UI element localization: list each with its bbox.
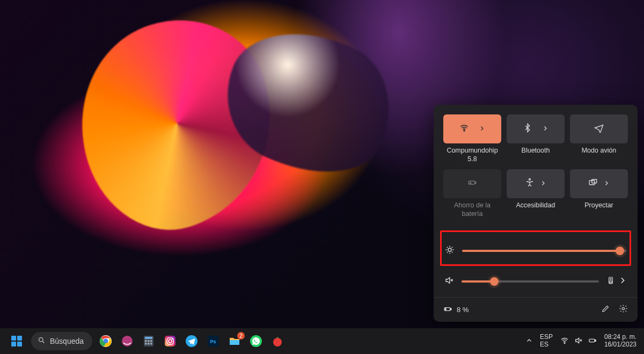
- brightness-icon: [445, 245, 455, 257]
- svg-point-6: [448, 248, 451, 251]
- svg-point-14: [39, 338, 43, 342]
- svg-point-17: [122, 336, 133, 346]
- language-line1: ESP: [540, 334, 553, 341]
- project-icon: [588, 178, 598, 190]
- svg-rect-36: [589, 339, 595, 342]
- chevron-right-icon: [540, 179, 546, 189]
- tray-overflow-icon[interactable]: [526, 337, 532, 345]
- pomodone-app-icon[interactable]: [119, 333, 135, 349]
- svg-rect-21: [148, 340, 150, 342]
- audio-output-icon[interactable]: [606, 276, 615, 287]
- edit-icon[interactable]: [601, 304, 610, 315]
- wifi-tray-icon: [560, 336, 569, 346]
- bluetooth-icon: [523, 123, 532, 135]
- svg-rect-19: [145, 337, 152, 339]
- svg-point-35: [564, 342, 565, 343]
- battery-percent-text: 8 %: [457, 306, 469, 314]
- brightness-highlight: [440, 230, 631, 266]
- airplane-mode-label: Modo avión: [582, 147, 617, 164]
- tomato-app-icon[interactable]: [269, 333, 286, 349]
- accessibility-tile[interactable]: [507, 169, 565, 198]
- svg-point-13: [622, 307, 624, 309]
- svg-point-29: [172, 338, 173, 339]
- quick-settings-panel: Compumundohip 5.8 Bluetooth Modo avión: [434, 105, 638, 322]
- volume-tray-icon: [574, 336, 583, 346]
- svg-rect-22: [150, 340, 152, 342]
- svg-point-34: [273, 338, 282, 346]
- start-button[interactable]: [8, 332, 26, 350]
- accessibility-label: Accesibilidad: [516, 201, 555, 219]
- svg-point-3: [529, 179, 531, 180]
- settings-gear-icon[interactable]: [619, 304, 628, 315]
- clock-time: 08:24 p. m.: [604, 334, 636, 341]
- whatsapp-app-icon[interactable]: [248, 333, 264, 349]
- svg-rect-26: [165, 336, 175, 346]
- calculator-app-icon[interactable]: [141, 333, 157, 349]
- language-line2: ES: [540, 341, 548, 349]
- battery-saver-icon: [467, 178, 477, 190]
- svg-rect-5: [592, 179, 597, 183]
- search-placeholder: Búsqueda: [50, 337, 84, 345]
- svg-point-9: [610, 278, 611, 279]
- battery-status[interactable]: 8 %: [443, 305, 469, 315]
- chevron-right-icon: [479, 124, 485, 134]
- svg-point-0: [464, 130, 465, 131]
- chrome-app-icon[interactable]: [98, 333, 114, 349]
- airplane-icon: [594, 123, 604, 135]
- wifi-tile[interactable]: [443, 114, 501, 143]
- svg-rect-11: [450, 308, 451, 310]
- svg-rect-1: [469, 181, 474, 184]
- instagram-app-icon[interactable]: [162, 333, 178, 349]
- wifi-icon: [459, 123, 469, 135]
- svg-rect-12: [445, 308, 446, 310]
- volume-mute-icon: [444, 276, 454, 287]
- system-tray[interactable]: [560, 336, 597, 346]
- chevron-right-icon: [603, 179, 610, 189]
- chevron-right-icon: [542, 124, 548, 134]
- clock-date: 16/01/2023: [604, 341, 636, 349]
- search-box[interactable]: Búsqueda: [31, 332, 92, 350]
- accessibility-icon: [525, 178, 535, 190]
- volume-slider[interactable]: [462, 280, 599, 283]
- language-indicator[interactable]: ESP ES: [540, 334, 553, 349]
- project-label: Proyectar: [584, 201, 613, 219]
- telegram-app-icon[interactable]: [184, 333, 200, 349]
- svg-rect-24: [148, 343, 150, 345]
- chevron-right-icon[interactable]: [618, 276, 627, 287]
- photoshop-app-icon[interactable]: Ps: [205, 333, 221, 349]
- svg-rect-37: [595, 339, 596, 341]
- battery-saver-label: Ahorro de la batería: [443, 201, 501, 219]
- clock[interactable]: 08:24 p. m. 16/01/2023: [604, 334, 636, 349]
- explorer-badge: 2: [237, 332, 245, 339]
- project-tile[interactable]: [570, 169, 628, 198]
- battery-tray-icon: [588, 336, 597, 346]
- svg-point-8: [610, 281, 612, 283]
- bluetooth-tile[interactable]: [507, 114, 565, 143]
- wifi-label: Compumundohip 5.8: [443, 147, 501, 164]
- bluetooth-label: Bluetooth: [522, 147, 550, 164]
- airplane-mode-tile[interactable]: [570, 114, 628, 143]
- svg-rect-23: [145, 343, 147, 345]
- file-explorer-app-icon[interactable]: 2: [226, 333, 243, 349]
- svg-rect-2: [475, 182, 476, 184]
- battery-saver-tile: [443, 169, 501, 198]
- svg-rect-25: [150, 343, 152, 345]
- svg-rect-20: [145, 340, 147, 342]
- battery-icon: [443, 305, 452, 315]
- taskbar: Búsqueda Ps 2 ESP ES 08:24 p. m. 16/01/2…: [0, 328, 644, 354]
- search-icon: [38, 336, 46, 346]
- svg-text:Ps: Ps: [210, 339, 216, 344]
- brightness-slider[interactable]: [462, 250, 626, 252]
